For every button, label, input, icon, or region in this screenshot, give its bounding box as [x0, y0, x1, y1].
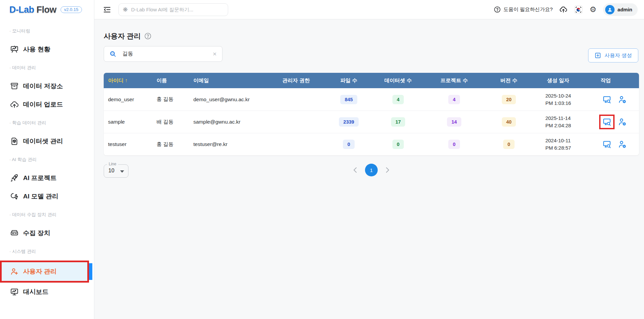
- sidebar-section-system: · 시스템 관리: [0, 242, 94, 261]
- column-header-actions: 작업: [587, 77, 639, 84]
- table-row: demo_user 홍 길동 demo_user@gwnu.ac.kr 845 …: [104, 88, 639, 111]
- column-header-admin[interactable]: 관리자 권한: [271, 77, 321, 84]
- cell-name: 홍 길동: [152, 96, 189, 103]
- annotation-red-box: [599, 115, 615, 129]
- cloud-upload-icon[interactable]: [559, 6, 567, 14]
- ai-search-input[interactable]: [131, 7, 224, 12]
- dashboard-icon: [10, 288, 19, 296]
- sidebar-item-label: 사용자 관리: [23, 267, 57, 276]
- sidebar-item-label: 데이터 업로드: [23, 100, 63, 109]
- monitor-search-icon[interactable]: [603, 95, 611, 104]
- cell-id: testuser: [104, 141, 152, 147]
- dataset-count-badge: 4: [392, 95, 404, 104]
- openai-icon: ❋: [123, 6, 128, 13]
- sidebar-item-dashboard[interactable]: 대시보드: [0, 283, 94, 301]
- version-count-badge: 20: [502, 95, 516, 104]
- version-count-badge: 40: [502, 117, 516, 127]
- monitor-search-icon[interactable]: [603, 118, 611, 126]
- sidebar-item-collection-device[interactable]: 수집 장치: [0, 224, 94, 242]
- sidebar-item-data-storage[interactable]: 데이터 저장소: [0, 77, 94, 95]
- sidebar-item-label: 수집 장치: [23, 229, 50, 237]
- column-header-created[interactable]: 생성 일자: [529, 77, 587, 84]
- settings-gear-icon[interactable]: ⚙: [589, 6, 596, 13]
- project-count-badge: 0: [448, 140, 460, 149]
- file-count-badge: 0: [343, 140, 354, 149]
- sidebar-item-user-management[interactable]: 사용자 관리: [0, 261, 89, 283]
- sidebar-item-label: 사용 현황: [23, 45, 50, 54]
- column-header-name[interactable]: 이름: [152, 77, 189, 84]
- sidebar-item-data-upload[interactable]: 데이터 업로드: [0, 95, 94, 114]
- project-count-badge: 14: [447, 117, 461, 127]
- logo-primary: D-Lab: [9, 5, 34, 15]
- column-header-datasets[interactable]: 데이터셋 수: [376, 77, 420, 84]
- header-actions: 도움이 필요하신가요? ⚙ admin: [494, 3, 644, 16]
- users-table: 아이디 ↑ 이름 이메일 관리자 권한 파일 수 데이터셋 수 프로젝트 수 버…: [104, 73, 639, 155]
- sidebar-item-label: AI 프로젝트: [23, 174, 57, 182]
- pagination-bar: Line 10 1: [104, 163, 639, 178]
- chevron-down-icon: [120, 170, 124, 173]
- sidebar-collapse-icon[interactable]: [103, 6, 111, 14]
- ai-search-bar[interactable]: ❋: [118, 3, 228, 16]
- top-header: ❋ 도움이 필요하신가요? ⚙ admin: [94, 0, 644, 19]
- actions-cell: [587, 137, 639, 152]
- table-row: sample 배 길동 sample@gwnu.ac.kr 2339 17 14…: [104, 111, 639, 133]
- sidebar-item-label: 대시보드: [23, 288, 49, 296]
- logo-secondary: Flow: [36, 5, 57, 15]
- sidebar-section-monitoring: · 모니터링: [0, 22, 94, 40]
- sidebar-section-collection-device: · 데이터 수집 장치 관리: [0, 205, 94, 224]
- create-user-button[interactable]: 사용자 생성: [588, 48, 638, 62]
- sidebar-item-ai-project[interactable]: AI 프로젝트: [0, 169, 94, 187]
- table-header-row: 아이디 ↑ 이름 이메일 관리자 권한 파일 수 데이터셋 수 프로젝트 수 버…: [104, 73, 639, 88]
- app-logo: D-LabFlow v2.0.15: [0, 0, 94, 19]
- plus-square-icon: [594, 52, 601, 59]
- page-number-button[interactable]: 1: [365, 164, 378, 176]
- user-settings-icon[interactable]: [618, 95, 627, 104]
- sidebar-section-data-management: · 데이터 관리: [0, 58, 94, 77]
- file-count-badge: 2339: [339, 117, 358, 127]
- dataset-count-badge: 17: [391, 117, 405, 127]
- ai-model-icon: [10, 192, 19, 201]
- help-circle-icon: [494, 6, 501, 13]
- user-settings-icon[interactable]: [618, 140, 627, 149]
- sidebar-item-dataset-management[interactable]: 데이터셋 관리: [0, 132, 94, 150]
- next-page-icon[interactable]: [386, 167, 389, 173]
- data-storage-icon: [10, 82, 19, 91]
- sidebar-item-label: 데이터셋 관리: [23, 137, 63, 146]
- clear-search-icon[interactable]: ✕: [212, 51, 217, 57]
- logo-text: D-LabFlow: [9, 5, 57, 15]
- column-header-files[interactable]: 파일 수: [321, 77, 376, 84]
- create-user-label: 사용자 생성: [605, 52, 632, 59]
- user-plus-icon: [10, 267, 19, 276]
- column-header-versions[interactable]: 버전 수: [488, 77, 529, 84]
- monitor-search-icon[interactable]: [603, 140, 611, 149]
- sidebar-section-training-data: · 학습 데이터 관리: [0, 114, 94, 132]
- main-content: 사용자 관리 ✕ 사용자 생성 아이디 ↑ 이름 이메일 관리자 권한 파일 수…: [94, 19, 644, 319]
- help-link[interactable]: 도움이 필요하신가요?: [494, 6, 553, 13]
- rows-per-page-select[interactable]: Line 10: [104, 164, 128, 178]
- actions-cell: [587, 115, 639, 129]
- sidebar-nav: · 모니터링 사용 현황 · 데이터 관리 데이터 저장소 데이터 업로드 · …: [0, 22, 94, 301]
- cell-email: testuser@re.kr: [189, 141, 271, 147]
- user-search-input[interactable]: [122, 51, 206, 57]
- sidebar-item-ai-model[interactable]: AI 모델 관리: [0, 187, 94, 205]
- pager: 1: [353, 164, 389, 176]
- column-header-id[interactable]: 아이디 ↑: [104, 77, 152, 84]
- prev-page-icon[interactable]: [353, 167, 357, 173]
- page-help-icon[interactable]: [144, 32, 152, 40]
- sidebar-item-usage-status[interactable]: 사용 현황: [0, 40, 94, 58]
- user-search-box: ✕: [104, 46, 222, 62]
- version-count-badge: 0: [503, 140, 515, 149]
- created-date-cell: 2024-10-11PM 6:28:57: [545, 137, 571, 152]
- created-date-cell: 2025-11-14PM 2:04:28: [545, 115, 571, 129]
- version-badge: v2.0.15: [61, 6, 82, 13]
- user-menu[interactable]: admin: [603, 3, 638, 16]
- column-header-email[interactable]: 이메일: [189, 77, 271, 84]
- user-settings-icon[interactable]: [618, 118, 627, 126]
- rows-per-page-label: Line: [107, 162, 118, 166]
- column-header-projects[interactable]: 프로젝트 수: [420, 77, 488, 84]
- user-avatar: [605, 5, 615, 14]
- sort-arrow-icon: ↑: [125, 77, 128, 83]
- device-icon: [10, 229, 19, 237]
- cell-id: sample: [104, 119, 152, 125]
- korea-flag-icon[interactable]: [574, 5, 583, 14]
